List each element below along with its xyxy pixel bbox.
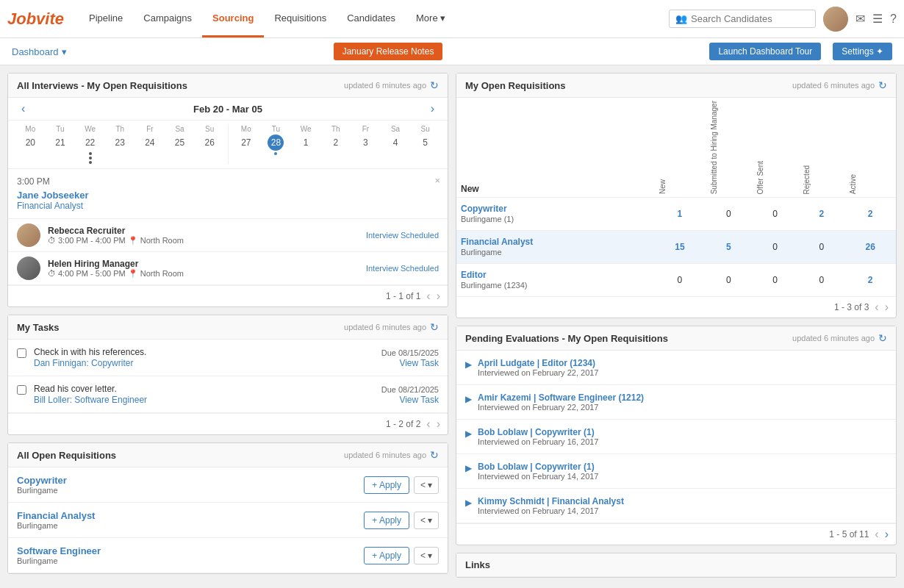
- pending-evals-title: Pending Evaluations - My Open Requisitio…: [465, 333, 668, 344]
- nav-pipeline[interactable]: Pipeline: [79, 0, 133, 37]
- req-location-3: Burlingame: [17, 556, 364, 565]
- close-icon[interactable]: ×: [434, 175, 440, 186]
- left-column: All Interviews - My Open Requisitions up…: [7, 73, 448, 578]
- prev-week-button[interactable]: ‹: [15, 102, 31, 115]
- req-rejected-3: 0: [798, 264, 844, 297]
- evals-next-button[interactable]: ›: [885, 528, 889, 541]
- my-reqs-prev-button[interactable]: ‹: [875, 301, 878, 314]
- req-info-1: Copywriter Burlingame: [17, 475, 364, 495]
- tasks-next-button[interactable]: ›: [437, 417, 440, 431]
- help-icon[interactable]: ?: [890, 12, 897, 26]
- col-header-rejected: Rejected: [798, 98, 844, 198]
- mail-icon[interactable]: ✉: [855, 12, 865, 26]
- expand-icon-1[interactable]: ▶: [465, 359, 472, 370]
- expand-icon-5[interactable]: ▶: [465, 498, 472, 508]
- nav-candidates[interactable]: Candidates: [337, 0, 406, 37]
- col-header-active: Active: [844, 98, 896, 198]
- location-icon-2: 📍: [128, 269, 138, 279]
- req-table-row-2: Financial Analyst Burlingame 15 5 0 0 26: [456, 231, 896, 264]
- refresh-icon-my-reqs[interactable]: ↻: [878, 79, 887, 91]
- interviews-panel-title: All Interviews - My Open Requisitions: [17, 80, 187, 91]
- expand-icon-2[interactable]: ▶: [465, 394, 472, 404]
- req-table-cell-title-3: Editor Burlingame (1234): [456, 264, 654, 297]
- refresh-icon-open-reqs[interactable]: ↻: [430, 449, 439, 461]
- apply-button-3[interactable]: + Apply: [364, 547, 409, 564]
- cal-day-tu28[interactable]: Tu 28: [261, 125, 291, 164]
- share-icon-3: <: [420, 551, 426, 561]
- nav-sourcing[interactable]: Sourcing: [202, 0, 264, 37]
- req-table-link-2[interactable]: Financial Analyst: [461, 237, 650, 247]
- attendee-avatar-2: [17, 257, 40, 280]
- eval-info-5: Kimmy Schmidt | Financial Analyst Interv…: [478, 496, 887, 515]
- evals-prev-button[interactable]: ‹: [875, 528, 878, 541]
- attendee-row-2: Helen Hiring Manager ⏱ 4:00 PM - 5:00 PM…: [8, 252, 448, 285]
- search-input[interactable]: [691, 13, 809, 24]
- cal-day-sa4: Sa 4: [381, 125, 411, 164]
- eval-link-5[interactable]: Kimmy Schmidt | Financial Analyst: [478, 496, 624, 506]
- cal-day-we22[interactable]: We 22: [75, 125, 105, 164]
- share-icon: <: [420, 480, 426, 490]
- tour-button[interactable]: Launch Dashboard Tour: [709, 43, 821, 60]
- pending-evals-header: Pending Evaluations - My Open Requisitio…: [456, 326, 896, 351]
- dashboard-dropdown[interactable]: Dashboard ▾: [12, 46, 67, 57]
- req-new-3: 0: [654, 264, 706, 297]
- refresh-icon[interactable]: ↻: [430, 79, 439, 91]
- req-new-2: 15: [654, 231, 706, 264]
- eval-name-5: Kimmy Schmidt | Financial Analyst: [478, 496, 887, 506]
- prev-page-button[interactable]: ‹: [426, 290, 430, 303]
- eval-link-2[interactable]: Amir Kazemi | Software Engineer (1212): [478, 392, 644, 403]
- chevron-down-icon-1: ▾: [428, 480, 432, 490]
- req-table-link-3[interactable]: Editor: [461, 270, 650, 280]
- task-link-2[interactable]: Bill Loller: Software Engineer: [34, 395, 147, 405]
- nav-requisitions[interactable]: Requisitions: [264, 0, 337, 37]
- share-button-1[interactable]: < ▾: [414, 476, 439, 494]
- avatar[interactable]: [823, 7, 848, 32]
- req-title-1[interactable]: Copywriter: [17, 475, 364, 486]
- refresh-icon-evals[interactable]: ↻: [878, 332, 887, 344]
- attendee-time-1: ⏱ 3:00 PM - 4:00 PM 📍 North Room: [48, 236, 366, 245]
- tasks-pagination: 1 - 2 of 2 ‹ ›: [8, 413, 448, 434]
- tasks-panel: My Tasks updated 6 minutes ago ↻ Check i…: [7, 315, 448, 435]
- view-task-2[interactable]: View Task: [381, 395, 439, 405]
- tasks-prev-button[interactable]: ‹: [426, 417, 430, 431]
- attendee-time-2: ⏱ 4:00 PM - 5:00 PM 📍 North Room: [48, 269, 366, 279]
- open-reqs-panel-meta: updated 6 minutes ago ↻: [344, 449, 439, 461]
- task-row-1: Check in with his references. Dan Finnig…: [8, 340, 448, 376]
- settings-button[interactable]: Settings ✦: [833, 43, 892, 60]
- req-title-3[interactable]: Software Engineer: [17, 545, 364, 556]
- req-title-2[interactable]: Financial Analyst: [17, 510, 364, 521]
- list-icon[interactable]: ☰: [872, 12, 883, 26]
- eval-date-5: Interviewed on February 14, 2017: [478, 506, 887, 515]
- expand-icon-4[interactable]: ▶: [465, 463, 472, 473]
- task-link-1[interactable]: Dan Finnigan: Copywriter: [34, 358, 133, 368]
- event-candidate-name[interactable]: Jane Jobseeker: [17, 190, 439, 201]
- task-checkbox-1[interactable]: [17, 348, 26, 358]
- my-reqs-next-button[interactable]: ›: [885, 301, 889, 314]
- eval-link-3[interactable]: Bob Loblaw | Copywriter (1): [478, 427, 595, 437]
- next-week-button[interactable]: ›: [425, 102, 440, 115]
- expand-icon-3[interactable]: ▶: [465, 429, 472, 439]
- eval-link-4[interactable]: Bob Loblaw | Copywriter (1): [478, 462, 595, 472]
- req-table-link-1[interactable]: Copywriter: [461, 204, 650, 214]
- apply-button-2[interactable]: + Apply: [364, 512, 409, 529]
- refresh-icon-tasks[interactable]: ↻: [430, 321, 439, 333]
- eval-link-1[interactable]: April Ludgate | Editor (1234): [478, 358, 595, 368]
- share-button-3[interactable]: < ▾: [414, 547, 439, 564]
- search-box[interactable]: 👥: [669, 10, 816, 28]
- req-submitted-2: 5: [706, 231, 752, 264]
- clock-icon: ⏱: [48, 236, 56, 245]
- task-checkbox-2[interactable]: [17, 385, 26, 395]
- my-open-reqs-meta: updated 6 minutes ago ↻: [792, 79, 887, 91]
- nav-campaigns[interactable]: Campaigns: [133, 0, 202, 37]
- chevron-down-icon: ▾: [440, 12, 445, 24]
- release-notes-button[interactable]: January Release Notes: [334, 43, 443, 60]
- view-task-1[interactable]: View Task: [381, 358, 439, 368]
- open-reqs-panel-header: All Open Requisitions updated 6 minutes …: [8, 443, 448, 467]
- share-button-2[interactable]: < ▾: [414, 512, 439, 529]
- task-text-2: Read his cover letter.: [34, 384, 381, 394]
- eval-info-1: April Ludgate | Editor (1234) Interviewe…: [478, 358, 887, 377]
- apply-button-1[interactable]: + Apply: [364, 476, 409, 494]
- nav-more[interactable]: More ▾: [406, 0, 456, 37]
- attendee-name-2: Helen Hiring Manager: [48, 259, 366, 269]
- next-page-button[interactable]: ›: [437, 290, 440, 303]
